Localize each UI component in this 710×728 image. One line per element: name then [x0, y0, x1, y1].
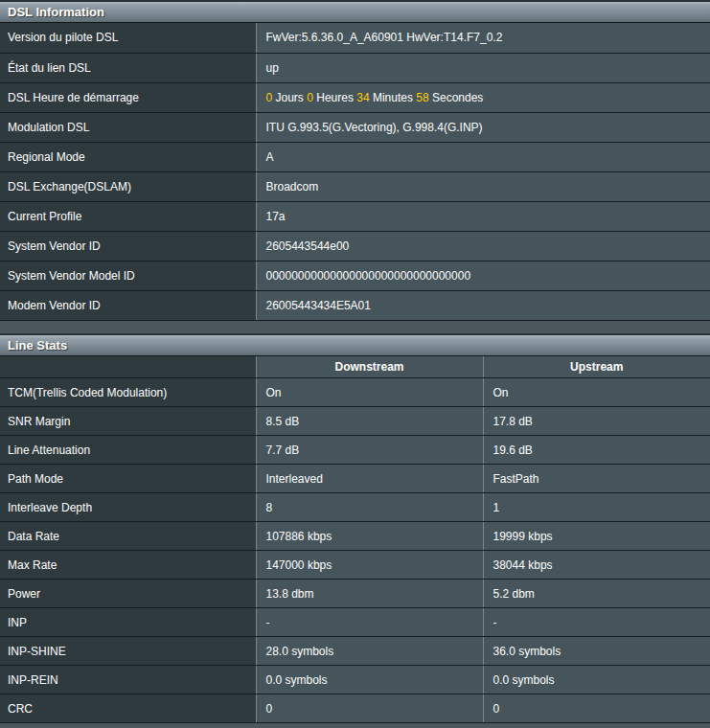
column-header-blank: [0, 356, 256, 378]
column-header-downstream: Downstream: [256, 356, 483, 378]
line-stats-section: Line Stats Downstream Upstream TCM(Trell…: [0, 333, 710, 724]
row-label: Version du pilote DSL: [0, 23, 256, 53]
row-label: System Vendor ID: [0, 231, 256, 261]
table-row: SNR Margin8.5 dB17.8 dB: [0, 407, 710, 436]
table-row: INP--: [0, 608, 710, 637]
table-row: Version du pilote DSLFwVer:5.6.36.0_A_A6…: [0, 23, 710, 53]
table-row: DSL Exchange(DSLAM)Broadcom: [0, 171, 710, 201]
row-label: Interleave Depth: [0, 493, 256, 522]
line-stats-tbody: Downstream Upstream TCM(Trellis Coded Mo…: [0, 356, 710, 723]
table-row: Current Profile17a: [0, 201, 710, 231]
row-value-upstream: On: [483, 378, 710, 407]
dsl-status-page: { "colors": { "page_background": "#4b575…: [0, 0, 710, 728]
table-row: Modulation DSLITU G.993.5(G.Vectoring), …: [0, 112, 710, 142]
row-value-downstream: 107886 kbps: [256, 522, 483, 551]
row-value-downstream: 8.5 dB: [256, 407, 483, 436]
row-value-upstream: 1: [483, 493, 710, 522]
row-label: Modem Vendor ID: [0, 290, 256, 320]
row-value-upstream: 36.0 symbols: [483, 637, 710, 666]
row-value-downstream: On: [256, 378, 483, 407]
table-row: Interleave Depth81: [0, 493, 710, 522]
table-row: System Vendor Model ID000000000000000000…: [0, 261, 710, 290]
column-header-upstream: Upstream: [483, 356, 710, 378]
table-row: System Vendor ID2605443544e00: [0, 231, 710, 261]
row-label: Current Profile: [0, 201, 256, 231]
row-label: INP: [0, 608, 256, 637]
row-label: Power: [0, 580, 256, 608]
row-label: État du lien DSL: [0, 53, 256, 82]
dsl-information-table: Version du pilote DSLFwVer:5.6.36.0_A_A6…: [0, 23, 710, 321]
row-value: 2605443544e00: [256, 231, 710, 261]
row-value-upstream: -: [483, 608, 710, 637]
uptime-unit: Heures: [313, 91, 356, 104]
row-label: SNR Margin: [0, 407, 256, 436]
dsl-information-title: DSL Information: [0, 0, 710, 23]
row-value-downstream: 13.8 dbm: [256, 580, 483, 608]
row-value-downstream: 7.7 dB: [256, 436, 483, 465]
row-value: 00000000000000000000000000000000: [256, 261, 710, 290]
table-row: TCM(Trellis Coded Modulation)OnOn: [0, 378, 710, 407]
row-value: 26005443434E5A01: [256, 290, 710, 320]
row-value-upstream: 5.2 dbm: [483, 580, 710, 608]
table-row: Regional ModeA: [0, 142, 710, 171]
row-label: Data Rate: [0, 522, 256, 551]
row-label: Regional Mode: [0, 142, 256, 171]
table-row: Path ModeInterleavedFastPath: [0, 465, 710, 493]
row-value-upstream: 38044 kbps: [483, 551, 710, 580]
row-value-downstream: 0: [256, 694, 483, 723]
dsl-information-section: DSL Information Version du pilote DSLFwV…: [0, 0, 710, 321]
row-label: Max Rate: [0, 551, 256, 580]
column-header-row: Downstream Upstream: [0, 356, 710, 378]
row-value: 17a: [256, 201, 710, 231]
uptime-unit: Minutes: [370, 91, 417, 104]
row-label: INP-REIN: [0, 666, 256, 694]
table-row: Power13.8 dbm5.2 dbm: [0, 580, 710, 608]
table-row: Modem Vendor ID26005443434E5A01: [0, 290, 710, 320]
row-label: System Vendor Model ID: [0, 261, 256, 290]
table-row: Line Attenuation7.7 dB19.6 dB: [0, 436, 710, 465]
row-value-upstream: 0.0 symbols: [483, 666, 710, 694]
table-row: INP-REIN0.0 symbols0.0 symbols: [0, 666, 710, 694]
row-value-upstream: FastPath: [483, 465, 710, 493]
row-label: DSL Exchange(DSLAM): [0, 171, 256, 201]
line-stats-title: Line Stats: [0, 333, 710, 356]
uptime-unit: Jours: [272, 91, 307, 104]
table-row: DSL Heure de démarrage0 Jours 0 Heures 3…: [0, 82, 710, 112]
row-label: CRC: [0, 694, 256, 723]
row-value-downstream: 8: [256, 493, 483, 522]
row-value-downstream: 147000 kbps: [256, 551, 483, 580]
uptime-number: 34: [356, 91, 369, 104]
row-value-downstream: 0.0 symbols: [256, 666, 483, 694]
table-row: Data Rate107886 kbps19999 kbps: [0, 522, 710, 551]
row-value: 0 Jours 0 Heures 34 Minutes 58 Secondes: [256, 82, 710, 112]
table-row: Max Rate147000 kbps38044 kbps: [0, 551, 710, 580]
uptime-number: 58: [416, 91, 428, 104]
row-label: Modulation DSL: [0, 112, 256, 142]
row-label: TCM(Trellis Coded Modulation): [0, 378, 256, 407]
row-label: Line Attenuation: [0, 436, 256, 465]
dsl-information-tbody: Version du pilote DSLFwVer:5.6.36.0_A_A6…: [0, 23, 710, 320]
row-value: FwVer:5.6.36.0_A_A60901 HwVer:T14.F7_0.2: [256, 23, 710, 53]
row-value-upstream: 19.6 dB: [483, 436, 710, 465]
row-value-upstream: 0: [483, 694, 710, 723]
row-value-upstream: 17.8 dB: [483, 407, 710, 436]
row-label: Path Mode: [0, 465, 256, 493]
row-label: INP-SHINE: [0, 637, 256, 666]
table-row: INP-SHINE28.0 symbols36.0 symbols: [0, 637, 710, 666]
row-value: A: [256, 142, 710, 171]
uptime-unit: Secondes: [429, 91, 484, 104]
table-row: État du lien DSLup: [0, 53, 710, 82]
row-value: ITU G.993.5(G.Vectoring), G.998.4(G.INP): [256, 112, 710, 142]
row-value: up: [256, 53, 710, 82]
row-value-downstream: Interleaved: [256, 465, 483, 493]
row-label: DSL Heure de démarrage: [0, 82, 256, 112]
line-stats-table: Downstream Upstream TCM(Trellis Coded Mo…: [0, 356, 710, 724]
row-value-downstream: -: [256, 608, 483, 637]
uptime-number: 0: [307, 91, 313, 104]
row-value-downstream: 28.0 symbols: [256, 637, 483, 666]
row-value: Broadcom: [256, 171, 710, 201]
row-value-upstream: 19999 kbps: [483, 522, 710, 551]
table-row: CRC00: [0, 694, 710, 723]
